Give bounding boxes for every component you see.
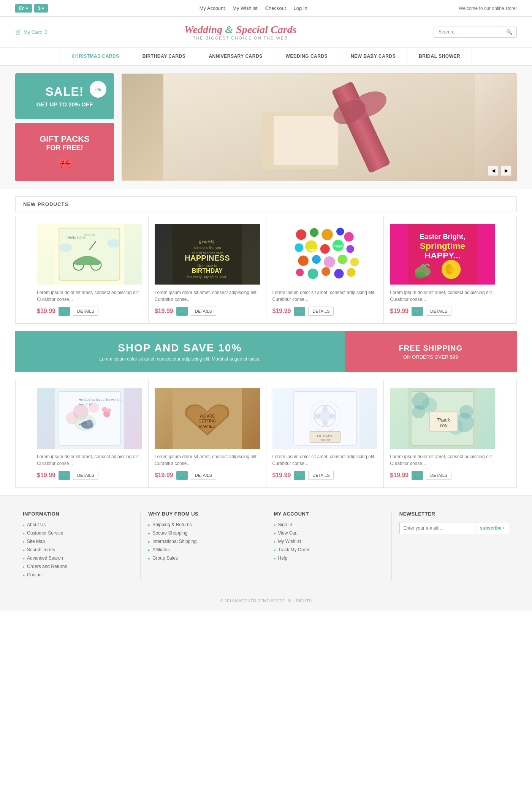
svg-text:Thank: Thank (437, 418, 450, 423)
svg-text:but every Day of the Year.: but every Day of the Year. (187, 275, 227, 279)
details-button-4[interactable]: DETAILS (426, 307, 451, 316)
product-price-1: $19.99 (37, 308, 55, 315)
list-item: Group Sales (148, 555, 258, 561)
secure-shopping-link[interactable]: Secure Shopping (152, 530, 187, 536)
product-footer-8: $19.99 🛒 DETAILS (390, 471, 495, 480)
add-to-cart-button-4[interactable]: 🛒 (412, 307, 423, 316)
svg-point-53 (415, 272, 425, 278)
details-button-1[interactable]: DETAILS (73, 307, 98, 316)
nav-wedding-cards[interactable]: Wedding Cards (274, 47, 340, 65)
sale-sub: GET UP TO 20% OFF (23, 101, 106, 108)
details-button-3[interactable]: DETAILS (308, 307, 334, 316)
footer-col-information: INFORMATION About Us Customer Service Si… (15, 511, 141, 581)
svg-point-89 (459, 405, 473, 419)
product-price-8: $19.99 (390, 472, 408, 479)
login-link[interactable]: Log In (294, 5, 307, 11)
add-to-cart-button-7[interactable]: 🛒 (294, 471, 305, 480)
copyright: © 2014 MAGENTO DEMO STORE. ALL RIGHTS (220, 598, 312, 603)
add-to-cart-button-1[interactable]: 🛒 (59, 307, 70, 316)
footer-col-myaccount: MY ACCOUNT Sign In View Cart My Wishlist… (266, 511, 392, 581)
svg-text:HAPPINESS: HAPPINESS (185, 253, 230, 262)
product-price-6: $19.99 (155, 472, 173, 479)
add-to-cart-button-8[interactable]: 🛒 (412, 471, 423, 480)
svg-text:MAR  IED: MAR IED (199, 424, 215, 429)
logo-subtitle: The biggest choice on the web (184, 36, 297, 40)
newsletter-subscribe-button[interactable]: subscribe › (475, 522, 509, 534)
product-desc-5: Lorem ipsum dolor sit amet, consect adip… (37, 453, 142, 467)
footer-newsletter-title: NEWSLETTER (399, 511, 509, 517)
details-button-5[interactable]: DETAILS (73, 471, 98, 480)
orders-returns-link[interactable]: Orders and Returns (27, 564, 67, 569)
svg-point-77 (322, 421, 328, 426)
search-input[interactable] (434, 27, 502, 37)
language-selector[interactable]: En ▾ (15, 4, 32, 13)
hero-prev-button[interactable]: ◀ (488, 165, 499, 176)
details-button-2[interactable]: DETAILS (191, 307, 216, 316)
sign-in-link[interactable]: Sign In (278, 522, 292, 527)
view-cart-link[interactable]: View Cart (278, 530, 298, 536)
product-desc-3: Lorem ipsum dolor sit amet, consect adip… (272, 289, 378, 303)
help-link[interactable]: Help (278, 555, 288, 561)
my-wishlist-link[interactable]: My Wishlist (278, 539, 301, 544)
footer-information-title: INFORMATION (23, 511, 133, 517)
svg-point-25 (321, 229, 333, 240)
search-terms-link[interactable]: Search Terms (27, 547, 55, 552)
product-card-7: Mr. & Mrs. Flourish Lorem ipsum dolor si… (266, 380, 384, 487)
nav-birthday-cards[interactable]: Birthday Cards (131, 47, 198, 65)
shipping-returns-link[interactable]: Shipping & Returns (152, 522, 192, 527)
svg-text:happy: happy (333, 244, 343, 248)
affiliates-link[interactable]: Affiliates (152, 547, 169, 552)
nav-christmas-cards[interactable]: Christmas Cards (60, 47, 131, 65)
product-card-1: Hello Little peanut! Lorem ipsum dolor s… (31, 216, 149, 323)
checkout-link[interactable]: Checkout (265, 5, 286, 11)
about-us-link[interactable]: About Us (27, 522, 46, 527)
svg-point-26 (336, 228, 344, 236)
details-button-7[interactable]: DETAILS (308, 471, 334, 480)
hero-section: -% SALE! GET UP TO 20% OFF GIFT PACKS FO… (0, 66, 532, 189)
list-item: Customer Service (23, 530, 133, 536)
svg-text:He God so loved the world...: He God so loved the world... (79, 398, 122, 402)
product-price-7: $19.99 (272, 472, 291, 479)
track-order-link[interactable]: Track My Order (278, 547, 310, 552)
customer-service-link[interactable]: Customer Service (27, 530, 63, 536)
svg-point-63 (86, 419, 92, 426)
mywishlist-link[interactable]: My Wishlist (233, 5, 258, 11)
list-item: Secure Shopping (148, 530, 258, 536)
add-to-cart-button-3[interactable]: 🛒 (294, 307, 305, 316)
new-products-header: NEW PRODUCTS (15, 196, 517, 212)
product-image-1: Hello Little peanut! (37, 224, 142, 285)
product-desc-2: Lorem ipsum dolor sit amet, consect adip… (155, 289, 260, 303)
footer-grid: INFORMATION About Us Customer Service Si… (15, 511, 517, 581)
search-button[interactable]: 🔍 (502, 27, 516, 37)
add-to-cart-button-5[interactable]: 🛒 (59, 471, 70, 480)
add-to-cart-button-6[interactable]: 🛒 (176, 471, 188, 480)
currency-selector[interactable]: $ ▾ (34, 4, 48, 13)
myaccount-link[interactable]: My Account (200, 5, 225, 11)
nav-new-baby-cards[interactable]: New Baby Cards (339, 47, 407, 65)
details-button-8[interactable]: DETAILS (426, 471, 451, 480)
svg-point-12 (59, 243, 72, 252)
newsletter-email-input[interactable] (400, 522, 475, 534)
svg-text:Mr. & Mrs.: Mr. & Mrs. (317, 434, 333, 438)
international-shipping-link[interactable]: International Shipping (152, 539, 196, 544)
gift-icon: 🎀 (23, 157, 106, 170)
nav-anniversary-cards[interactable]: Anniversary Cards (197, 47, 274, 65)
advanced-search-link[interactable]: Advanced Search (27, 555, 63, 561)
site-map-link[interactable]: Site Map (27, 539, 45, 544)
list-item: Advanced Search (23, 555, 133, 561)
details-button-6[interactable]: DETAILS (191, 471, 216, 480)
nav-bridal-shower[interactable]: Bridal Shower (407, 47, 472, 65)
cart-link[interactable]: 🛒 My Cart: 0 (15, 29, 47, 35)
add-to-cart-button-2[interactable]: 🛒 (176, 307, 188, 316)
svg-point-13 (107, 239, 120, 248)
group-sales-link[interactable]: Group Sales (152, 555, 178, 561)
contact-link[interactable]: Contact (27, 572, 43, 577)
top-bar-nav: My Account My Wishlist Checkout Log In (200, 5, 307, 11)
svg-text:happy: happy (306, 248, 316, 252)
product-price-4: $19.99 (390, 308, 408, 315)
footer-bottom: © 2014 MAGENTO DEMO STORE. ALL RIGHTS (15, 592, 517, 603)
hero-nav: ◀ ▶ (488, 165, 511, 176)
footer-whybuy-list: Shipping & Returns Secure Shopping Inter… (148, 522, 258, 561)
hero-image: ◀ ▶ (122, 73, 517, 181)
hero-next-button[interactable]: ▶ (501, 165, 511, 176)
